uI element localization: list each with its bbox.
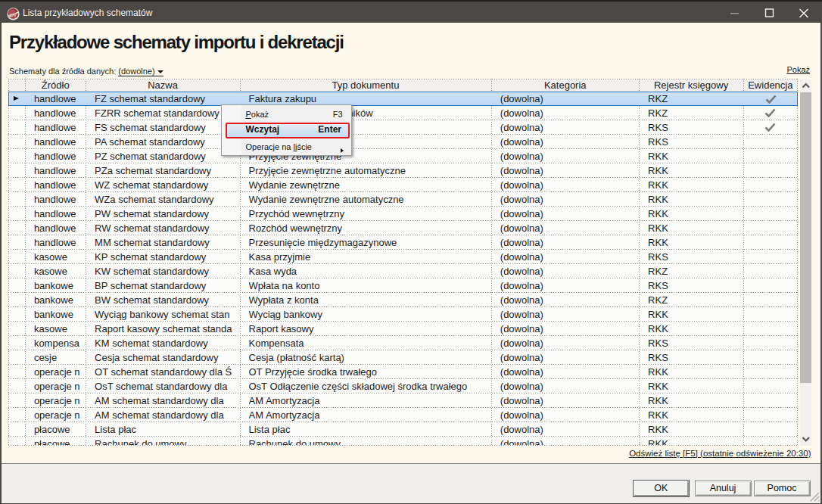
svg-text:GT: GT (9, 12, 18, 19)
